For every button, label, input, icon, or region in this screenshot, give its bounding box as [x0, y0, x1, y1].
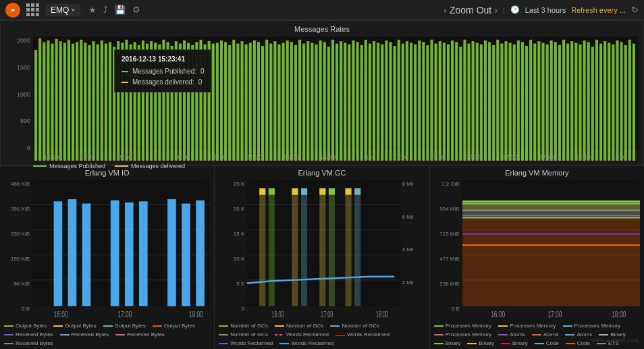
svg-rect-84 — [377, 43, 379, 161]
legend-delivered: Messages delivered — [115, 163, 185, 169]
svg-text:18:00: 18:00 — [189, 309, 203, 319]
svg-rect-80 — [360, 45, 363, 161]
svg-rect-161 — [54, 201, 63, 306]
svg-rect-19 — [109, 42, 111, 161]
svg-rect-81 — [365, 40, 367, 161]
svg-text:17:00: 17:00 — [117, 309, 132, 319]
svg-rect-78 — [352, 41, 354, 161]
svg-rect-99 — [439, 41, 441, 161]
tooltip-delivered-label: Messages delivered: — [132, 77, 194, 88]
dashboard-title[interactable]: EMQ ▾ — [45, 4, 80, 16]
svg-rect-108 — [476, 43, 479, 161]
zoom-right-icon[interactable]: › — [494, 5, 498, 16]
messages-rates-panel: Messages Rates 2000 1500 1000 500 0 — [0, 20, 644, 165]
svg-rect-12 — [80, 40, 82, 161]
refresh-icon[interactable]: ↻ — [631, 5, 639, 15]
svg-rect-120 — [525, 46, 528, 161]
svg-rect-191 — [346, 188, 352, 195]
svg-rect-85 — [381, 45, 383, 161]
erlang-vm-io-panel: Erlang VM IO 488 KiB 391 KiB 293 KiB 195… — [0, 166, 215, 349]
y-label-1500: 1500 — [17, 64, 30, 71]
svg-rect-145 — [628, 40, 631, 161]
svg-rect-70 — [319, 41, 322, 161]
svg-rect-192 — [354, 190, 360, 306]
svg-text:16:00: 16:00 — [491, 309, 505, 319]
svg-rect-118 — [517, 41, 520, 161]
svg-rect-148 — [38, 38, 41, 39]
svg-rect-133 — [579, 45, 581, 161]
zoom-out-button[interactable]: Zoom Out — [450, 5, 491, 16]
svg-rect-166 — [139, 201, 148, 306]
svg-rect-6 — [55, 41, 58, 161]
svg-rect-151 — [51, 44, 53, 45]
svg-rect-93 — [414, 45, 417, 161]
svg-text:18:00: 18:00 — [612, 309, 626, 319]
svg-rect-137 — [595, 40, 598, 161]
legend-published-label: Messages Published — [49, 163, 105, 169]
svg-text:17:00: 17:00 — [321, 309, 333, 319]
svg-rect-77 — [348, 45, 350, 161]
svg-rect-125 — [546, 45, 549, 161]
svg-rect-14 — [88, 45, 90, 161]
svg-rect-5 — [51, 45, 53, 161]
svg-text:18:00: 18:00 — [376, 309, 388, 319]
y-label-1000: 1000 — [17, 91, 30, 98]
tooltip-published-label: Messages Published: — [132, 66, 196, 77]
svg-rect-142 — [616, 41, 618, 161]
save-icon[interactable]: 💾 — [115, 5, 126, 15]
io-svg: 16:00 17:00 18:00 — [32, 180, 210, 321]
svg-rect-66 — [302, 44, 305, 161]
svg-rect-188 — [329, 190, 335, 306]
svg-rect-140 — [608, 43, 610, 161]
app-switcher-icon[interactable] — [24, 1, 41, 18]
svg-rect-83 — [373, 41, 375, 161]
svg-rect-101 — [447, 45, 450, 161]
svg-rect-126 — [550, 41, 553, 161]
svg-rect-116 — [509, 43, 512, 161]
svg-rect-2 — [38, 40, 41, 161]
memory-chart-inner: 1.2 GiB 954 MiB 715 MiB 477 MiB 238 MiB … — [434, 180, 640, 321]
star-icon[interactable]: ★ — [88, 5, 97, 15]
legend-delivered-line — [115, 165, 128, 167]
gc-right-y-axis: 8 Mil 6 Mil 4 Mil 2 Mil — [401, 180, 425, 321]
zoom-left-icon[interactable]: ‹ — [444, 5, 447, 16]
svg-rect-82 — [369, 44, 371, 161]
delivered-dot — [122, 82, 128, 83]
svg-rect-61 — [282, 43, 285, 161]
svg-rect-114 — [500, 44, 503, 161]
tooltip-row-delivered: Messages delivered: 0 — [122, 77, 205, 88]
svg-rect-86 — [385, 41, 387, 161]
settings-icon[interactable]: ⚙ — [132, 5, 140, 15]
svg-rect-62 — [286, 41, 289, 161]
svg-rect-138 — [599, 44, 602, 161]
svg-rect-50 — [236, 44, 239, 161]
svg-rect-90 — [402, 44, 404, 161]
svg-rect-111 — [488, 42, 491, 161]
svg-rect-68 — [311, 43, 313, 161]
refresh-label[interactable]: Refresh every ... — [571, 6, 626, 14]
svg-rect-45 — [216, 43, 219, 161]
nav-action-icons: ★ ⤴ 💾 ⚙ — [88, 5, 140, 15]
svg-rect-184 — [301, 190, 307, 306]
svg-rect-154 — [63, 43, 66, 44]
gc-legend: Number of GCs Number of GCs Number of GC… — [219, 321, 425, 348]
svg-rect-146 — [633, 44, 635, 161]
svg-rect-168 — [182, 204, 190, 306]
chevron-down-icon: ▾ — [72, 7, 75, 14]
svg-rect-76 — [344, 43, 346, 161]
time-range-label[interactable]: Last 3 hours — [525, 6, 566, 14]
share-icon[interactable]: ⤴ — [103, 5, 108, 15]
svg-rect-57 — [265, 40, 268, 161]
svg-rect-54 — [253, 41, 256, 161]
svg-rect-48 — [228, 45, 231, 161]
svg-rect-7 — [59, 43, 62, 161]
svg-rect-163 — [82, 204, 91, 306]
svg-rect-18 — [105, 44, 107, 161]
svg-rect-10 — [72, 44, 74, 161]
svg-rect-3 — [43, 44, 45, 161]
memory-svg: 16:00 17:00 18:00 — [462, 180, 640, 321]
app-logo[interactable] — [5, 3, 20, 18]
svg-text:17:00: 17:00 — [547, 309, 562, 319]
svg-rect-53 — [249, 43, 252, 161]
svg-rect-88 — [394, 46, 396, 161]
